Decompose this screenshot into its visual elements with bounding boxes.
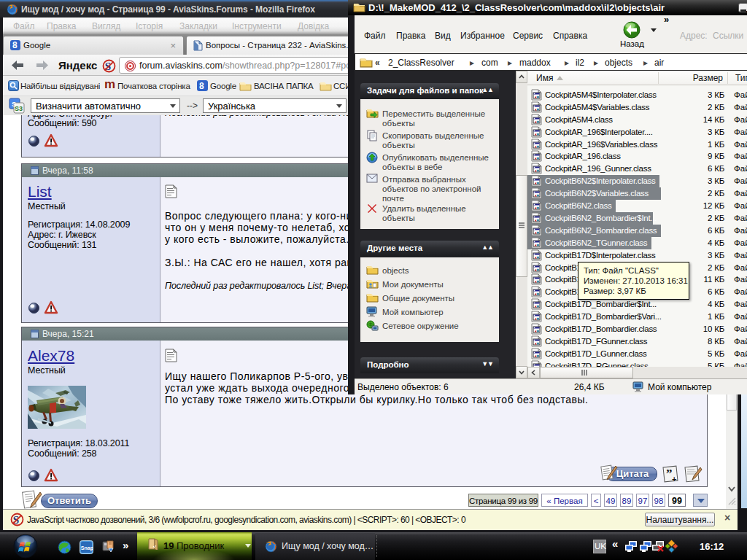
svg-text:S: S [12, 101, 16, 108]
svg-text:+: + [672, 475, 676, 483]
svg-text:Snap: Snap [81, 545, 93, 551]
